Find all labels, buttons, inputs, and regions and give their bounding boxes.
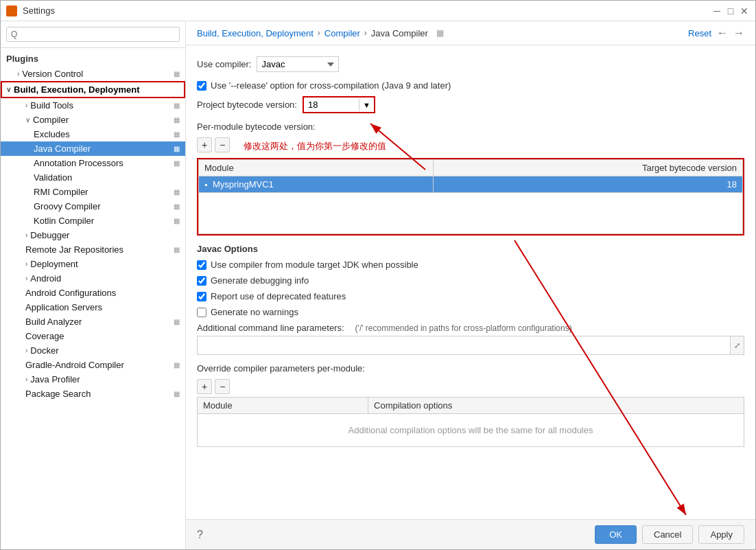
sidebar-item-android-configurations[interactable]: Android Configurations bbox=[1, 286, 185, 300]
use-jdk-label: Use compiler from module target JDK when… bbox=[211, 260, 418, 270]
sidebar-item-label: Java Profiler bbox=[30, 374, 80, 385]
sidebar-item-validation[interactable]: Validation bbox=[1, 170, 185, 185]
breadcrumb-compiler[interactable]: Compiler bbox=[324, 28, 360, 38]
sidebar-item-build-tools[interactable]: › Build Tools ▦ bbox=[1, 98, 185, 113]
search-input[interactable] bbox=[6, 27, 180, 42]
expand-icon: ∨ bbox=[6, 86, 11, 93]
additional-params-row: Additional command line parameters: ('/'… bbox=[197, 323, 744, 333]
forward-button[interactable]: → bbox=[733, 27, 744, 39]
gen-debug-checkbox[interactable] bbox=[197, 276, 206, 286]
sidebar-item-build-analyzer[interactable]: Build Analyzer ▦ bbox=[1, 314, 185, 329]
sidebar-item-package-search[interactable]: Package Search ▦ bbox=[1, 387, 185, 401]
sidebar-item-kotlin-compiler[interactable]: Kotlin Compiler ▦ bbox=[1, 214, 185, 228]
additional-params-label: Additional command line parameters: bbox=[197, 323, 344, 333]
back-button[interactable]: ← bbox=[717, 27, 728, 39]
sidebar-item-java-profiler[interactable]: › Java Profiler bbox=[1, 372, 185, 387]
icon-badge: ▦ bbox=[174, 203, 180, 210]
expand-icon: › bbox=[25, 376, 27, 383]
expand-icon: › bbox=[25, 102, 27, 109]
sidebar-item-annotation-processors[interactable]: Annotation Processors ▦ bbox=[1, 156, 185, 170]
remove-module-button[interactable]: − bbox=[215, 137, 230, 152]
sidebar-item-label: Android Configurations bbox=[25, 288, 116, 298]
sidebar-item-coverage[interactable]: Coverage bbox=[1, 329, 185, 343]
reset-button[interactable]: Reset bbox=[688, 28, 711, 38]
settings-icon: ▦ bbox=[436, 28, 444, 38]
sidebar-item-debugger[interactable]: › Debugger bbox=[1, 228, 185, 242]
module-table-container: Module Target bytecode version ▪ Mysprin… bbox=[197, 158, 744, 236]
sidebar-item-remote-jar[interactable]: Remote Jar Repositories ▦ bbox=[1, 242, 185, 257]
hint-text: ('/' recommended in paths for cross-plat… bbox=[355, 323, 572, 333]
breadcrumb-actions: Reset ← → bbox=[688, 27, 744, 39]
no-warnings-checkbox[interactable] bbox=[197, 308, 206, 317]
apply-button[interactable]: Apply bbox=[698, 525, 744, 544]
icon-badge: ▦ bbox=[174, 246, 180, 253]
sidebar-item-android[interactable]: › Android bbox=[1, 271, 185, 286]
cross-compile-row: Use '--release' option for cross-compila… bbox=[197, 80, 744, 91]
version-dropdown-button[interactable]: ▼ bbox=[359, 99, 374, 111]
sidebar-item-java-compiler[interactable]: Java Compiler ▦ bbox=[1, 141, 185, 156]
sidebar-item-version-control[interactable]: › Version Control ▦ bbox=[1, 67, 185, 81]
col-module: Module bbox=[199, 160, 434, 176]
sidebar-item-label: Version Control bbox=[22, 69, 83, 79]
close-button[interactable]: ✕ bbox=[739, 5, 750, 16]
table-toolbar-row: + − 修改这两处，值为你第一步修改的值 bbox=[197, 137, 744, 155]
override-label: Override compiler parameters per-module: bbox=[197, 363, 744, 374]
table-toolbar: + − bbox=[197, 137, 230, 152]
sidebar-item-gradle-android[interactable]: Gradle-Android Compiler ▦ bbox=[1, 358, 185, 372]
additional-params-input[interactable] bbox=[197, 336, 731, 355]
expand-icon: ∨ bbox=[25, 116, 30, 124]
help-button[interactable]: ? bbox=[197, 529, 203, 541]
checkbox-deprecated: Report use of deprecated features bbox=[197, 291, 744, 301]
expand-button[interactable]: ⤢ bbox=[731, 336, 744, 355]
use-jdk-checkbox[interactable] bbox=[197, 260, 206, 270]
ok-button[interactable]: OK bbox=[595, 525, 637, 544]
sidebar-item-label: Android bbox=[30, 273, 61, 284]
breadcrumb-sep-2: › bbox=[364, 28, 367, 38]
sidebar-item-label: Excludes bbox=[34, 129, 70, 139]
sidebar: Plugins › Version Control ▦ ∨ Build, Exe… bbox=[1, 21, 186, 549]
checkbox-gen-debug: Generate debugging info bbox=[197, 275, 744, 286]
breadcrumb-sep-1: › bbox=[318, 28, 320, 38]
sidebar-item-docker[interactable]: › Docker bbox=[1, 343, 185, 358]
sidebar-item-application-servers[interactable]: Application Servers bbox=[1, 300, 185, 314]
minimize-button[interactable]: ─ bbox=[711, 5, 722, 16]
checkbox-no-warnings: Generate no warnings bbox=[197, 307, 744, 317]
icon-badge: ▦ bbox=[174, 217, 180, 225]
search-box bbox=[1, 21, 185, 48]
compiler-row: Use compiler: Javac Eclipse Ajc bbox=[197, 56, 744, 72]
override-table: Module Compilation options Additional co… bbox=[197, 397, 744, 447]
maximize-button[interactable]: □ bbox=[725, 5, 736, 16]
override-col-module: Module bbox=[198, 398, 368, 414]
cross-compile-checkbox[interactable] bbox=[197, 81, 206, 91]
sidebar-item-label: Gradle-Android Compiler bbox=[25, 360, 124, 370]
add-module-button[interactable]: + bbox=[197, 137, 212, 152]
sidebar-item-rmi-compiler[interactable]: RMI Compiler ▦ bbox=[1, 185, 185, 199]
sidebar-item-label: Build Analyzer bbox=[25, 317, 82, 327]
sidebar-item-excludes[interactable]: Excludes ▦ bbox=[1, 127, 185, 141]
sidebar-item-label: RMI Compiler bbox=[34, 187, 88, 197]
sidebar-item-label: Groovy Compiler bbox=[34, 201, 101, 211]
sidebar-item-groovy-compiler[interactable]: Groovy Compiler ▦ bbox=[1, 199, 185, 214]
sidebar-item-label: Package Search bbox=[25, 389, 91, 399]
window-title: Settings bbox=[23, 5, 55, 16]
sidebar-item-deployment[interactable]: › Deployment bbox=[1, 257, 185, 271]
col-bytecode: Target bytecode version bbox=[434, 160, 743, 176]
bytecode-version-input[interactable] bbox=[304, 98, 359, 112]
remove-override-button[interactable]: − bbox=[215, 379, 230, 394]
cancel-button[interactable]: Cancel bbox=[642, 525, 693, 544]
sidebar-item-label: Validation bbox=[34, 172, 72, 183]
compiler-select[interactable]: Javac Eclipse Ajc bbox=[257, 56, 339, 72]
deprecated-checkbox[interactable] bbox=[197, 292, 206, 301]
table-row[interactable]: ▪ MyspringMVC1 18 bbox=[199, 176, 743, 193]
module-name-cell: ▪ MyspringMVC1 bbox=[199, 176, 434, 193]
additional-params-section: Additional command line parameters: ('/'… bbox=[197, 323, 744, 355]
right-panel: Build, Execution, Deployment › Compiler … bbox=[186, 21, 755, 549]
sidebar-item-build-execution[interactable]: ∨ Build, Execution, Deployment bbox=[1, 81, 185, 98]
sidebar-item-label: Deployment bbox=[30, 259, 78, 269]
javac-options-title: Javac Options bbox=[197, 244, 744, 254]
sidebar-item-compiler[interactable]: ∨ Compiler ▦ bbox=[1, 113, 185, 127]
add-override-button[interactable]: + bbox=[197, 379, 212, 394]
override-col-options: Compilation options bbox=[368, 398, 744, 414]
icon-badge: ▦ bbox=[174, 188, 180, 196]
breadcrumb-build[interactable]: Build, Execution, Deployment bbox=[197, 28, 314, 38]
